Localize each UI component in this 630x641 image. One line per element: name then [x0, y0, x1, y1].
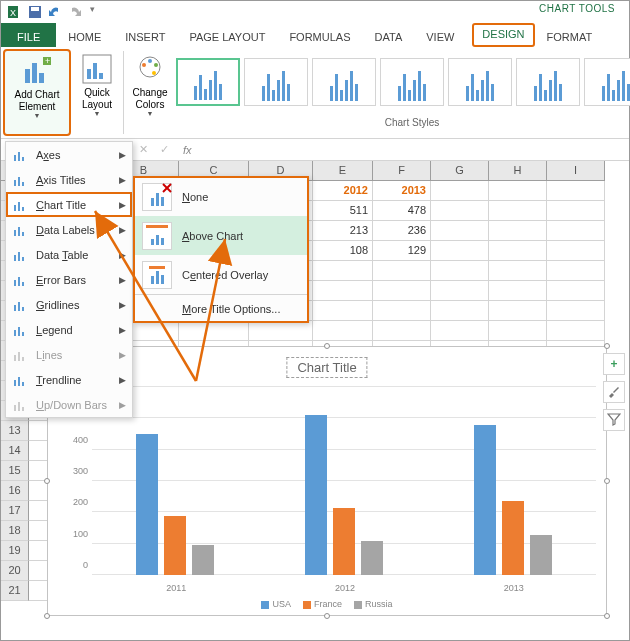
chart-style-thumb[interactable]	[380, 58, 444, 106]
cell[interactable]	[373, 261, 431, 281]
cell[interactable]	[179, 321, 249, 341]
cell[interactable]	[313, 321, 373, 341]
enter-icon[interactable]: ✓	[154, 143, 175, 156]
cell[interactable]	[489, 281, 547, 301]
tab-view[interactable]: VIEW	[414, 23, 466, 47]
chart-style-thumb[interactable]	[244, 58, 308, 106]
cell[interactable]	[373, 321, 431, 341]
tab-file[interactable]: FILE	[1, 23, 56, 47]
cell[interactable]	[313, 281, 373, 301]
chart-style-thumb[interactable]	[584, 58, 630, 106]
column-header[interactable]: G	[431, 161, 489, 181]
legend-entry[interactable]: USA	[261, 599, 291, 609]
cell[interactable]	[489, 301, 547, 321]
resize-handle[interactable]	[604, 613, 610, 619]
cell[interactable]	[373, 301, 431, 321]
row-header[interactable]: 16	[1, 481, 29, 501]
column-header[interactable]: I	[547, 161, 605, 181]
cell[interactable]	[547, 321, 605, 341]
bar-usa[interactable]	[136, 434, 158, 575]
cell[interactable]	[547, 221, 605, 241]
undo-icon[interactable]	[47, 4, 63, 20]
row-header[interactable]: 14	[1, 441, 29, 461]
resize-handle[interactable]	[324, 343, 330, 349]
menu-item-data-table[interactable]: Data Table▶	[6, 242, 132, 267]
bar-france[interactable]	[164, 516, 186, 575]
cell[interactable]	[313, 301, 373, 321]
menu-item-axes[interactable]: Axes▶	[6, 142, 132, 167]
chart-style-thumb[interactable]	[176, 58, 240, 106]
cell[interactable]	[547, 201, 605, 221]
tab-home[interactable]: HOME	[56, 23, 113, 47]
chart-title-placeholder[interactable]: Chart Title	[286, 357, 367, 378]
chart-title-more-options[interactable]: More Title Options...	[134, 294, 308, 322]
resize-handle[interactable]	[44, 478, 50, 484]
row-header[interactable]: 17	[1, 501, 29, 521]
chart-style-thumb[interactable]	[448, 58, 512, 106]
cell[interactable]	[489, 261, 547, 281]
column-header[interactable]: F	[373, 161, 431, 181]
bar-usa[interactable]	[305, 415, 327, 575]
cancel-icon[interactable]: ✕	[133, 143, 154, 156]
bar-russia[interactable]	[361, 541, 383, 575]
bar-russia[interactable]	[192, 545, 214, 575]
chart-title-none[interactable]: None	[134, 177, 308, 216]
row-header[interactable]: 21	[1, 581, 29, 601]
chart-style-thumb[interactable]	[516, 58, 580, 106]
legend-entry[interactable]: France	[303, 599, 342, 609]
cell[interactable]: 129	[373, 241, 431, 261]
cell[interactable]	[431, 301, 489, 321]
cell[interactable]	[431, 281, 489, 301]
chart-filters-button[interactable]	[603, 409, 625, 431]
cell[interactable]	[431, 261, 489, 281]
cell[interactable]: 236	[373, 221, 431, 241]
cell[interactable]	[249, 321, 313, 341]
cell[interactable]	[489, 181, 547, 201]
chart-title-above-chart[interactable]: Above Chart	[134, 216, 308, 255]
cell[interactable]	[547, 181, 605, 201]
tab-design[interactable]: DESIGN	[472, 23, 534, 47]
cell[interactable]	[431, 181, 489, 201]
qat-customize-icon[interactable]: ▾	[87, 4, 97, 20]
row-header[interactable]: 18	[1, 521, 29, 541]
menu-item-trendline[interactable]: Trendline▶	[6, 367, 132, 392]
menu-item-data-labels[interactable]: Data Labels▶	[6, 217, 132, 242]
menu-item-chart-title[interactable]: Chart Title▶	[6, 192, 132, 217]
fx-label[interactable]: fx	[175, 144, 200, 156]
menu-item-gridlines[interactable]: Gridlines▶	[6, 292, 132, 317]
tab-formulas[interactable]: FORMULAS	[277, 23, 362, 47]
cell[interactable]: 213	[313, 221, 373, 241]
bar-france[interactable]	[333, 508, 355, 575]
cell[interactable]	[547, 281, 605, 301]
change-colors-button[interactable]: Change Colors ▼	[126, 47, 174, 138]
resize-handle[interactable]	[44, 613, 50, 619]
menu-item-error-bars[interactable]: Error Bars▶	[6, 267, 132, 292]
cell[interactable]	[547, 301, 605, 321]
resize-handle[interactable]	[324, 613, 330, 619]
cell[interactable]: 2013	[373, 181, 431, 201]
bar-russia[interactable]	[530, 535, 552, 575]
row-header[interactable]: 19	[1, 541, 29, 561]
cell[interactable]	[431, 201, 489, 221]
tab-page-layout[interactable]: PAGE LAYOUT	[177, 23, 277, 47]
cell[interactable]	[489, 201, 547, 221]
row-header[interactable]: 20	[1, 561, 29, 581]
cell[interactable]	[431, 241, 489, 261]
bar-france[interactable]	[502, 501, 524, 575]
cell[interactable]: 108	[313, 241, 373, 261]
cell[interactable]	[431, 321, 489, 341]
resize-handle[interactable]	[604, 478, 610, 484]
menu-item-legend[interactable]: Legend▶	[6, 317, 132, 342]
row-header[interactable]: 15	[1, 461, 29, 481]
cell[interactable]	[489, 321, 547, 341]
resize-handle[interactable]	[604, 343, 610, 349]
chart-title-centered-overlay[interactable]: Centered Overlay	[134, 255, 308, 294]
chart-styles-button[interactable]	[603, 381, 625, 403]
save-icon[interactable]	[27, 4, 43, 20]
cell[interactable]	[489, 241, 547, 261]
menu-item-axis-titles[interactable]: Axis Titles▶	[6, 167, 132, 192]
tab-insert[interactable]: INSERT	[113, 23, 177, 47]
cell[interactable]	[373, 281, 431, 301]
cell[interactable]	[431, 221, 489, 241]
row-header[interactable]: 13	[1, 421, 29, 441]
